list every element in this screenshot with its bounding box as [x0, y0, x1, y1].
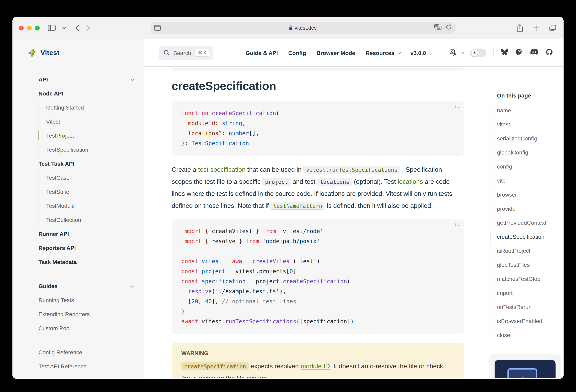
toc-item-import[interactable]: import: [497, 286, 561, 300]
sidebar-item-testmodule[interactable]: TestModule: [46, 199, 135, 213]
sidebar-chevron-down-icon[interactable]: [61, 26, 67, 30]
sun-icon: ☀: [471, 50, 478, 56]
nav-item-label: Config: [288, 50, 306, 56]
search-button[interactable]: Search ⌘ K: [159, 46, 213, 60]
sidebar-section-api[interactable]: API: [38, 72, 135, 86]
site-header: Search ⌘ K Guide & APIConfigBrowser Mode…: [144, 39, 564, 67]
toc-item-vitest[interactable]: vitest: [497, 118, 561, 132]
sidebar-toggle-icon[interactable]: [47, 24, 57, 32]
minimize-window-button[interactable]: [27, 26, 32, 30]
nav-item-label: Guide & API: [246, 50, 278, 56]
section-label: Guides: [38, 283, 58, 289]
divider: [493, 48, 494, 57]
code-block-example[interactable]: ts import { createVitest } from 'vitest/…: [172, 219, 464, 334]
toc-item-matchestestglob[interactable]: matchesTestGlob: [497, 272, 561, 286]
code-language-badge: ts: [455, 104, 459, 110]
discord-icon[interactable]: [530, 49, 538, 57]
github-icon[interactable]: [546, 48, 553, 57]
sidebar-group-items: TestCaseTestSuiteTestModuleTestCollectio…: [38, 171, 135, 227]
sidebar-item-testcollection[interactable]: TestCollection: [46, 213, 135, 227]
nav-item-resources[interactable]: Resources: [366, 50, 400, 56]
header-icons: ☀: [442, 48, 553, 57]
sidebar-nav: APINode APIGetting StartedVitestTestProj…: [27, 67, 135, 373]
toc-item-globalconfig[interactable]: globalConfig: [497, 146, 561, 160]
language-menu[interactable]: [450, 49, 463, 56]
text: Create a: [172, 166, 198, 173]
toc-item-vite[interactable]: vite: [497, 174, 561, 188]
vitest-logo-icon: [27, 48, 37, 58]
sidebar-section-guides[interactable]: Guides: [38, 279, 135, 293]
url-bar-area: vitest.dev A: [96, 22, 509, 34]
tab-overview-icon[interactable]: [548, 24, 557, 32]
mastodon-icon[interactable]: [516, 48, 523, 57]
sponsor-card[interactable]: </>: [489, 354, 561, 378]
forward-button[interactable]: [85, 24, 91, 32]
sidebar-item-vitest[interactable]: Vitest: [46, 114, 135, 128]
doc-link[interactable]: module ID: [301, 363, 330, 369]
new-tab-icon[interactable]: [532, 24, 540, 32]
sidebar-item-extending-reporters[interactable]: Extending Reporters: [38, 307, 135, 321]
sidebar-item-testproject[interactable]: TestProject: [46, 128, 135, 142]
toc-item-close[interactable]: close: [497, 328, 561, 342]
nav-item-v3-0-0[interactable]: v3.0.0: [410, 50, 432, 56]
inline-code-link[interactable]: vitest.runTestSpecifications: [303, 166, 400, 174]
sponsor-image: </>: [494, 360, 555, 378]
chevron-down-icon: [397, 51, 401, 55]
sidebar-item-task-metadata[interactable]: Task Metadata: [38, 255, 135, 269]
toc-item-browser[interactable]: browser: [497, 188, 561, 202]
doc-link[interactable]: test specification: [198, 166, 246, 173]
section-label: API: [38, 76, 48, 83]
back-button[interactable]: [74, 24, 80, 32]
close-window-button[interactable]: [19, 26, 24, 30]
translate-icon: [450, 49, 457, 56]
sidebar-item-running-tests[interactable]: Running Tests: [38, 293, 135, 307]
nav-item-config[interactable]: Config: [288, 50, 306, 56]
sidebar-item-runner-api[interactable]: Runner API: [38, 227, 135, 241]
doc-link[interactable]: locations: [398, 178, 423, 185]
search-shortcut: ⌘ K: [195, 49, 209, 57]
theme-toggle[interactable]: ☀: [470, 48, 486, 57]
page-content: createSpecification ts function createSp…: [144, 67, 564, 378]
site-body: Vitest APINode APIGetting StartedVitestT…: [12, 39, 564, 378]
bluesky-icon[interactable]: [501, 49, 509, 57]
toc-item-serializedconfig[interactable]: serializedConfig: [497, 132, 561, 146]
sidebar-item-testsuite[interactable]: TestSuite: [46, 184, 135, 199]
inline-code-link[interactable]: testNamePattern: [271, 202, 325, 210]
toc-item-provide[interactable]: provide: [497, 202, 561, 216]
page-title: createSpecification: [172, 79, 464, 93]
sidebar-item-config-reference[interactable]: Config Reference: [38, 345, 135, 359]
text: and test: [291, 178, 317, 185]
toc-item-createspecification[interactable]: createSpecification: [497, 230, 561, 244]
page-settings-icon[interactable]: [154, 25, 161, 31]
nav-item-guide-api[interactable]: Guide & API: [246, 50, 278, 56]
nav-item-browser-mode[interactable]: Browser Mode: [317, 50, 355, 56]
code-block-signature[interactable]: ts function createSpecification( moduleI…: [172, 101, 464, 156]
sidebar-item-custom-pool[interactable]: Custom Pool: [38, 321, 135, 335]
sidebar-item-testspecification[interactable]: TestSpecification: [46, 142, 135, 156]
chevron-down-icon: [429, 51, 432, 55]
toc-item-isbrowserenabled[interactable]: isBrowserEnabled: [497, 314, 561, 328]
sidebar-item-getting-started[interactable]: Getting Started: [46, 100, 135, 114]
toc-item-globtestfiles[interactable]: globTestFiles: [497, 258, 561, 272]
code: import { createVitest } from 'vitest/nod…: [181, 226, 454, 327]
on-this-page-aside: On this page namevitestserializedConfigg…: [490, 67, 561, 378]
zoom-window-button[interactable]: [35, 26, 40, 30]
inline-code: createSpecification: [181, 362, 249, 370]
sidebar-item-test-api-reference[interactable]: Test API Reference: [38, 359, 135, 373]
toc-item-config[interactable]: config: [497, 160, 561, 174]
toc-item-getprovidedcontext[interactable]: getProvidedContext: [497, 216, 561, 230]
share-icon[interactable]: [516, 23, 524, 33]
chevron-down-icon: [131, 284, 135, 288]
text: (optional). Test: [352, 178, 398, 185]
address-bar[interactable]: vitest.dev A: [151, 22, 455, 34]
site-logo[interactable]: Vitest: [27, 39, 135, 67]
sidebar-item-reporters-api[interactable]: Reporters API: [38, 241, 135, 255]
toc-item-ontestsrerun[interactable]: onTestsRerun: [497, 300, 561, 314]
toc-item-isrootproject[interactable]: isRootProject: [497, 244, 561, 258]
svg-text:</>: </>: [516, 375, 528, 378]
sidebar-item-testcase[interactable]: TestCase: [46, 171, 135, 184]
toolbar-right-actions: [516, 23, 557, 33]
translate-page-icon[interactable]: A: [434, 24, 441, 32]
toc-item-name[interactable]: name: [497, 104, 561, 118]
reload-icon[interactable]: [445, 24, 451, 32]
